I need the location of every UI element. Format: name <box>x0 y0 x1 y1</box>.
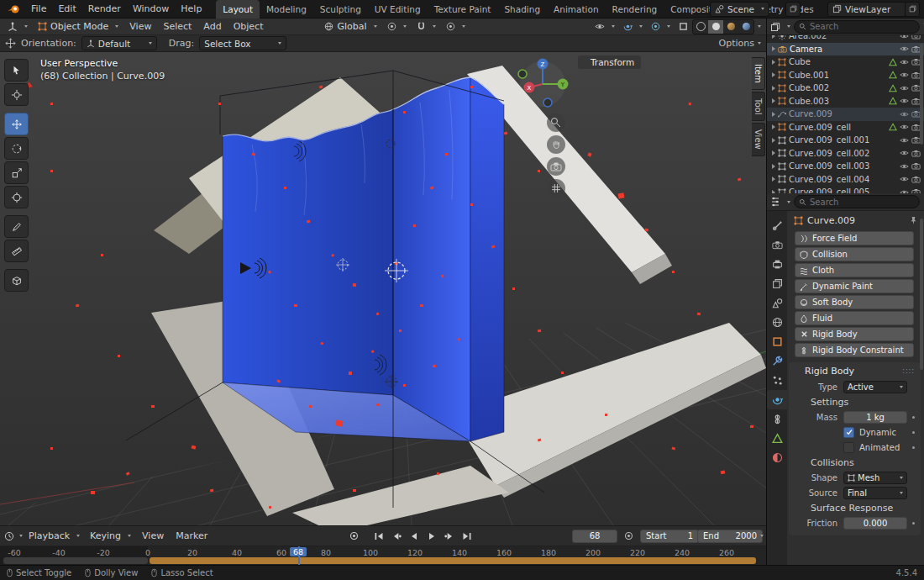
properties-search[interactable] <box>794 195 920 208</box>
tab-world[interactable] <box>767 313 787 332</box>
play-button[interactable] <box>423 530 439 543</box>
axis-y-handle[interactable]: Y <box>558 79 569 90</box>
eye-icon[interactable] <box>900 59 909 66</box>
outliner-row[interactable]: Curve.009 <box>767 108 924 121</box>
properties-scrollbar[interactable] <box>920 219 923 370</box>
proportional-edit-dropdown[interactable] <box>442 20 470 34</box>
snap-toggle[interactable] <box>412 20 440 34</box>
rigid-body-button[interactable]: Rigid Body <box>795 327 914 341</box>
cloth-button[interactable]: Cloth <box>795 263 914 277</box>
shading-wireframe-button[interactable] <box>693 20 708 34</box>
tab-particles[interactable] <box>767 371 787 390</box>
menu-file[interactable]: File <box>25 0 52 18</box>
workspace-tab-animation[interactable]: Animation <box>547 0 606 18</box>
eye-icon[interactable] <box>900 85 909 92</box>
tool-move[interactable] <box>4 113 29 135</box>
animated-checkbox[interactable] <box>843 442 854 453</box>
object-name[interactable]: Cube <box>789 57 811 66</box>
blender-logo-icon[interactable] <box>5 3 22 16</box>
expand-icon[interactable] <box>772 164 775 169</box>
menu-view[interactable]: View <box>124 21 156 32</box>
render-visibility-icon[interactable] <box>911 35 921 40</box>
object-name[interactable]: Cube.003 <box>789 97 829 106</box>
viewlayer-selector[interactable]: ViewLayer <box>827 2 908 17</box>
eye-icon[interactable] <box>900 150 909 156</box>
show-visibility-dropdown[interactable] <box>591 20 619 34</box>
pivot-point-dropdown[interactable] <box>383 20 411 34</box>
fluid-button[interactable]: Fluid <box>795 311 914 325</box>
outliner-row[interactable]: Curve.009_cell.002 <box>767 147 924 161</box>
object-name[interactable]: Camera <box>790 45 822 54</box>
zoom-view-button[interactable] <box>547 113 565 132</box>
friction-field[interactable]: 0.000 <box>843 517 907 530</box>
surface-response-subsection-header[interactable]: Surface Response <box>789 500 921 515</box>
show-overlays-dropdown[interactable] <box>647 20 675 34</box>
new-viewlayer-button[interactable] <box>905 2 920 17</box>
eye-icon[interactable] <box>900 124 909 130</box>
menu-edit[interactable]: Edit <box>52 0 81 18</box>
object-name[interactable]: Cube.001 <box>789 71 829 80</box>
outliner-row[interactable]: Cube.003 <box>767 95 924 108</box>
object-name[interactable]: Curve.009_cell.004 <box>789 175 869 184</box>
shading-dropdown-chevron[interactable] <box>758 25 761 28</box>
tab-output[interactable] <box>767 255 787 274</box>
play-reverse-button[interactable] <box>406 530 422 543</box>
workspace-tab-texture-paint[interactable]: Texture Paint <box>428 0 498 18</box>
expand-icon[interactable] <box>772 35 775 39</box>
render-visibility-icon[interactable] <box>911 150 921 157</box>
expand-icon[interactable] <box>772 46 775 51</box>
prev-keyframe-button[interactable] <box>388 530 404 543</box>
menu-render[interactable]: Render <box>82 0 127 18</box>
chevron-down-icon[interactable] <box>787 25 790 28</box>
outliner-row[interactable]: Cube.002 <box>767 82 924 95</box>
eye-icon[interactable] <box>900 35 909 40</box>
tab-constraints[interactable] <box>767 409 787 429</box>
outliner-row[interactable]: Curve.009_cell.004 <box>767 173 924 187</box>
axis-z-handle[interactable]: Z <box>538 59 549 70</box>
view-menu[interactable]: View <box>137 530 169 541</box>
type-dropdown[interactable]: Active <box>843 381 907 393</box>
orientation-setting-dropdown[interactable]: Default <box>81 36 157 50</box>
tool-cursor[interactable] <box>4 83 29 106</box>
tab-physics[interactable] <box>767 390 787 409</box>
expand-icon[interactable] <box>772 138 775 143</box>
animate-dot[interactable] <box>912 416 915 419</box>
tool-annotate[interactable] <box>4 215 29 238</box>
eye-icon[interactable] <box>900 137 909 144</box>
auto-keying-button[interactable] <box>346 530 362 543</box>
mass-field[interactable]: 1 kg <box>843 411 907 424</box>
expand-icon[interactable] <box>772 86 775 91</box>
shading-rendered-button[interactable] <box>738 20 753 34</box>
shading-solid-button[interactable] <box>708 20 723 34</box>
properties-editor-icon[interactable] <box>770 197 780 207</box>
object-name[interactable]: Curve.009_cell <box>789 123 851 132</box>
camera-view-button[interactable] <box>547 157 565 176</box>
eye-icon[interactable] <box>900 98 909 104</box>
preview-range-button[interactable] <box>621 530 637 543</box>
soft-body-button[interactable]: Soft Body <box>795 295 914 309</box>
tab-tool[interactable] <box>767 216 787 235</box>
scene-selector[interactable]: Scene <box>710 2 769 17</box>
object-name[interactable]: Curve.009_cell.005 <box>789 187 869 193</box>
menu-window[interactable]: Window <box>127 0 175 18</box>
workspace-tab-shading[interactable]: Shading <box>497 0 547 18</box>
outliner-row[interactable]: Cube <box>767 55 924 69</box>
transform-panel-collapsed[interactable]: Transform <box>578 55 641 69</box>
render-visibility-icon[interactable] <box>911 162 921 170</box>
force-field-button[interactable]: Force Field <box>795 231 914 245</box>
workspace-tab-rendering[interactable]: Rendering <box>606 0 664 18</box>
object-name[interactable]: Curve.009 <box>789 109 832 119</box>
eye-icon[interactable] <box>900 163 909 170</box>
end-frame-field[interactable]: End 2000 <box>697 530 763 543</box>
source-dropdown[interactable]: Final <box>843 487 907 499</box>
tool-transform[interactable] <box>4 186 29 208</box>
expand-icon[interactable] <box>772 98 775 103</box>
object-name[interactable]: Curve.009_cell.002 <box>789 149 869 158</box>
sidebar-tab-item[interactable]: Item <box>752 57 765 90</box>
outliner-row[interactable]: Curve.009_cell.001 <box>767 134 924 147</box>
jump-to-end-button[interactable] <box>459 530 475 543</box>
outliner-editor-icon[interactable] <box>770 22 780 32</box>
rigid-body-constraint-button[interactable]: Rigid Body Constraint <box>795 343 914 357</box>
timeline-ruler[interactable]: -60 -40 -20 0 20 40 60 80 100 120 140 16… <box>0 546 766 565</box>
axis-neg-z-handle[interactable] <box>543 98 552 107</box>
